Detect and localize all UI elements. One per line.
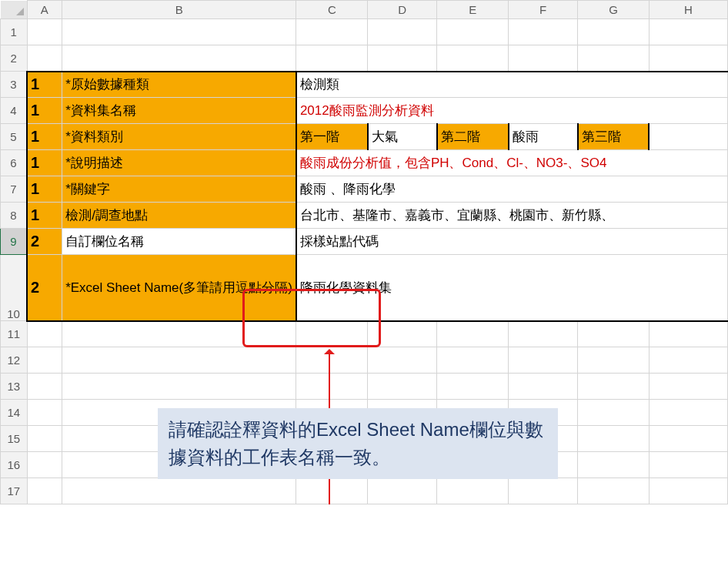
row-header-3[interactable]: 3 — [1, 72, 28, 98]
cell[interactable] — [368, 478, 437, 504]
cell[interactable] — [368, 19, 437, 45]
cell[interactable] — [437, 347, 509, 374]
cell[interactable] — [578, 452, 650, 478]
row-header-1[interactable]: 1 — [1, 19, 28, 45]
cell[interactable] — [509, 19, 578, 45]
cell[interactable] — [27, 347, 62, 374]
cell[interactable] — [437, 321, 509, 347]
cell[interactable] — [27, 321, 62, 347]
cell-C8[interactable]: 台北市、基隆市、嘉義市、宜蘭縣、桃園市、新竹縣、 — [296, 203, 728, 229]
cell[interactable] — [509, 478, 578, 504]
cell[interactable] — [578, 374, 650, 400]
cell-C7[interactable]: 酸雨 、降雨化學 — [296, 176, 728, 203]
cell[interactable] — [62, 19, 296, 45]
cell[interactable] — [578, 400, 650, 426]
cell[interactable] — [27, 426, 62, 452]
cell-C9[interactable]: 採樣站點代碼 — [296, 229, 728, 255]
cell[interactable] — [649, 452, 727, 478]
select-all-corner[interactable] — [1, 1, 28, 19]
cell[interactable] — [649, 347, 727, 374]
cell-B4[interactable]: *資料集名稱 — [62, 98, 296, 124]
cell-B8[interactable]: 檢測/調查地點 — [62, 203, 296, 229]
col-header-G[interactable]: G — [578, 1, 650, 19]
cell[interactable] — [649, 374, 727, 400]
cell[interactable] — [27, 19, 62, 45]
cell-B6[interactable]: *說明描述 — [62, 150, 296, 176]
row-header-9[interactable]: 9 — [1, 229, 28, 255]
cell[interactable] — [578, 19, 650, 45]
row-header-11[interactable]: 11 — [1, 321, 28, 347]
cell[interactable] — [368, 321, 437, 347]
cell-G5[interactable]: 第三階 — [578, 124, 650, 150]
cell-A4[interactable]: 1 — [27, 98, 62, 124]
cell[interactable] — [578, 45, 650, 72]
row-header-7[interactable]: 7 — [1, 176, 28, 203]
cell[interactable] — [62, 374, 296, 400]
cell-C10[interactable]: 降雨化學資料集 — [296, 255, 728, 321]
cell[interactable] — [649, 400, 727, 426]
col-header-H[interactable]: H — [649, 1, 727, 19]
row-header-15[interactable]: 15 — [1, 426, 28, 452]
cell[interactable] — [62, 347, 296, 374]
cell[interactable] — [437, 400, 509, 426]
row-header-8[interactable]: 8 — [1, 203, 28, 229]
cell[interactable] — [649, 321, 727, 347]
col-header-F[interactable]: F — [509, 1, 578, 19]
cell[interactable] — [437, 478, 509, 504]
cell[interactable] — [296, 400, 368, 426]
cell[interactable] — [437, 452, 509, 478]
cell-C6[interactable]: 酸雨成份分析值，包含PH、Cond、Cl-、NO3-、SO4 — [296, 150, 728, 176]
cell[interactable] — [296, 452, 368, 478]
row-header-10[interactable]: 10 — [1, 255, 28, 321]
cell-A3[interactable]: 1 — [27, 72, 62, 98]
row-header-4[interactable]: 4 — [1, 98, 28, 124]
cell[interactable] — [649, 426, 727, 452]
cell[interactable] — [296, 478, 368, 504]
cell[interactable] — [296, 321, 368, 347]
cell[interactable] — [27, 374, 62, 400]
cell[interactable] — [649, 45, 727, 72]
row-header-2[interactable]: 2 — [1, 45, 28, 72]
cell-A5[interactable]: 1 — [27, 124, 62, 150]
row-header-5[interactable]: 5 — [1, 124, 28, 150]
cell[interactable] — [27, 400, 62, 426]
cell[interactable] — [62, 400, 296, 426]
cell[interactable] — [62, 321, 296, 347]
cell-E5[interactable]: 第二階 — [437, 124, 509, 150]
col-header-D[interactable]: D — [368, 1, 437, 19]
cell-C5[interactable]: 第一階 — [296, 124, 368, 150]
cell-B9[interactable]: 自訂欄位名稱 — [62, 229, 296, 255]
cell-A8[interactable]: 1 — [27, 203, 62, 229]
col-header-B[interactable]: B — [62, 1, 296, 19]
cell-B7[interactable]: *關鍵字 — [62, 176, 296, 203]
row-header-14[interactable]: 14 — [1, 400, 28, 426]
cell[interactable] — [62, 452, 296, 478]
cell-A9[interactable]: 2 — [27, 229, 62, 255]
cell[interactable] — [509, 45, 578, 72]
cell-B5[interactable]: *資料類別 — [62, 124, 296, 150]
cell[interactable] — [62, 426, 296, 452]
cell[interactable] — [27, 45, 62, 72]
cell[interactable] — [509, 400, 578, 426]
cell[interactable] — [296, 19, 368, 45]
cell[interactable] — [296, 347, 368, 374]
cell-C3[interactable]: 檢測類 — [296, 72, 728, 98]
cell[interactable] — [27, 452, 62, 478]
cell-D5[interactable]: 大氣 — [368, 124, 437, 150]
cell-B3[interactable]: *原始數據種類 — [62, 72, 296, 98]
cell-C4[interactable]: 2012酸雨監測分析資料 — [296, 98, 728, 124]
col-header-A[interactable]: A — [27, 1, 62, 19]
row-header-12[interactable]: 12 — [1, 347, 28, 374]
cell[interactable] — [368, 347, 437, 374]
cell[interactable] — [649, 478, 727, 504]
cell[interactable] — [296, 374, 368, 400]
cell[interactable] — [62, 45, 296, 72]
cell-A7[interactable]: 1 — [27, 176, 62, 203]
col-header-E[interactable]: E — [437, 1, 509, 19]
cell[interactable] — [27, 478, 62, 504]
row-header-16[interactable]: 16 — [1, 452, 28, 478]
cell[interactable] — [368, 400, 437, 426]
cell[interactable] — [509, 426, 578, 452]
cell[interactable] — [578, 478, 650, 504]
cell[interactable] — [368, 374, 437, 400]
